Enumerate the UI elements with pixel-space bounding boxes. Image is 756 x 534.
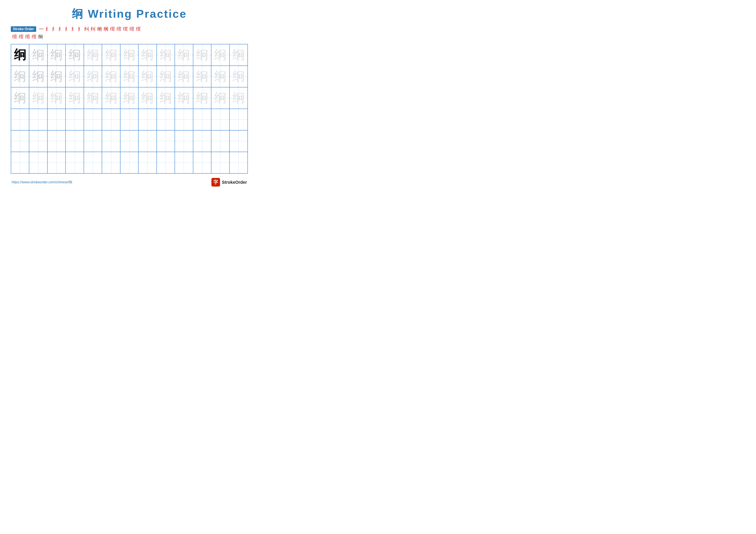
practice-char-guide: 䌹 xyxy=(214,92,227,104)
grid-cell-r2c13[interactable]: 䌹 xyxy=(230,66,248,87)
grid-cell-r3c9[interactable]: 䌹 xyxy=(157,87,175,109)
grid-cell-r5c7[interactable] xyxy=(120,130,138,152)
grid-cell-r1c6[interactable]: 䌹 xyxy=(102,44,120,66)
stroke-6: 纟 xyxy=(71,26,76,32)
practice-char-guide: 䌹 xyxy=(177,70,190,83)
practice-char-guide: 䌹 xyxy=(32,70,44,83)
grid-cell-r3c12[interactable]: 䌹 xyxy=(211,87,229,109)
grid-cell-r4c6[interactable] xyxy=(102,109,120,130)
stroke-order-badge: Stroke Order xyxy=(11,26,36,32)
grid-cell-r5c13[interactable] xyxy=(230,130,248,152)
grid-cell-r2c9[interactable]: 䌹 xyxy=(157,66,175,87)
grid-cell-r2c6[interactable]: 䌹 xyxy=(102,66,120,87)
grid-cell-r1c3[interactable]: 䌹 xyxy=(47,44,66,66)
practice-char-guide: 䌹 xyxy=(32,92,44,104)
grid-cell-r5c2[interactable] xyxy=(29,130,47,152)
stroke-19: 绾 xyxy=(25,34,30,40)
practice-char-guide: 䌹 xyxy=(87,92,99,104)
grid-cell-r3c2[interactable]: 䌹 xyxy=(29,87,47,109)
grid-cell-r1c7[interactable]: 䌹 xyxy=(120,44,138,66)
grid-cell-r6c10[interactable] xyxy=(175,152,193,173)
grid-cell-r1c8[interactable]: 䌹 xyxy=(138,44,156,66)
grid-cell-r1c2[interactable]: 䌹 xyxy=(29,44,47,66)
grid-cell-r6c4[interactable] xyxy=(66,152,84,173)
stroke-20: 绾 xyxy=(32,34,37,40)
practice-grid: 䌹 䌹 䌹 䌹 䌹 䌹 䌹 䌹 䌹 䌹 䌹 䌹 䌹 䌹 䌹 䌹 䌹 xyxy=(11,44,248,174)
grid-cell-r6c6[interactable] xyxy=(102,152,120,173)
grid-cell-r1c9[interactable]: 䌹 xyxy=(157,44,175,66)
grid-cell-r3c6[interactable]: 䌹 xyxy=(102,87,120,109)
grid-cell-r3c10[interactable]: 䌹 xyxy=(175,87,193,109)
grid-cell-r4c11[interactable] xyxy=(193,109,211,130)
grid-cell-r2c5[interactable]: 䌹 xyxy=(84,66,102,87)
grid-cell-r2c4[interactable]: 䌹 xyxy=(66,66,84,87)
grid-cell-r5c11[interactable] xyxy=(193,130,211,152)
grid-cell-r5c9[interactable] xyxy=(157,130,175,152)
stroke-13: 绾 xyxy=(117,26,121,32)
grid-cell-r4c4[interactable] xyxy=(66,109,84,130)
grid-cell-r2c11[interactable]: 䌹 xyxy=(193,66,211,87)
grid-cell-r3c4[interactable]: 䌹 xyxy=(66,87,84,109)
grid-cell-r6c7[interactable] xyxy=(120,152,138,173)
grid-cell-r1c10[interactable]: 䌹 xyxy=(175,44,193,66)
grid-cell-r6c2[interactable] xyxy=(29,152,47,173)
grid-cell-r2c2[interactable]: 䌹 xyxy=(29,66,47,87)
grid-cell-r4c13[interactable] xyxy=(230,109,248,130)
practice-char-guide: 䌹 xyxy=(87,49,99,61)
stroke-order-row1: Stroke Order ㇐ 纟 纟 纟 纟 纟 纟 纠 纠 纲 纲 绾 绾 绾… xyxy=(11,26,248,32)
grid-cell-r6c11[interactable] xyxy=(193,152,211,173)
grid-cell-r4c9[interactable] xyxy=(157,109,175,130)
grid-cell-r2c8[interactable]: 䌹 xyxy=(138,66,156,87)
grid-cell-r5c5[interactable] xyxy=(84,130,102,152)
practice-char-guide: 䌹 xyxy=(159,70,172,83)
grid-cell-r6c5[interactable] xyxy=(84,152,102,173)
grid-cell-r4c5[interactable] xyxy=(84,109,102,130)
grid-cell-r1c13[interactable]: 䌹 xyxy=(230,44,248,66)
grid-cell-r1c11[interactable]: 䌹 xyxy=(193,44,211,66)
grid-cell-r1c1[interactable]: 䌹 xyxy=(11,44,29,66)
grid-cell-r3c8[interactable]: 䌹 xyxy=(138,87,156,109)
grid-cell-r6c1[interactable] xyxy=(11,152,29,173)
grid-cell-r3c7[interactable]: 䌹 xyxy=(120,87,138,109)
strokeorder-logo-icon: 字 xyxy=(211,178,220,187)
grid-cell-r6c12[interactable] xyxy=(211,152,229,173)
grid-cell-r4c7[interactable] xyxy=(120,109,138,130)
grid-cell-r5c3[interactable] xyxy=(47,130,66,152)
grid-cell-r4c3[interactable] xyxy=(47,109,66,130)
grid-cell-r4c2[interactable] xyxy=(29,109,47,130)
practice-char-guide: 䌹 xyxy=(141,70,154,83)
grid-cell-r2c10[interactable]: 䌹 xyxy=(175,66,193,87)
grid-cell-r1c4[interactable]: 䌹 xyxy=(66,44,84,66)
grid-cell-r4c12[interactable] xyxy=(211,109,229,130)
grid-cell-r1c5[interactable]: 䌹 xyxy=(84,44,102,66)
grid-cell-r5c12[interactable] xyxy=(211,130,229,152)
grid-cell-r5c10[interactable] xyxy=(175,130,193,152)
grid-cell-r3c5[interactable]: 䌹 xyxy=(84,87,102,109)
stroke-5: 纟 xyxy=(65,26,69,32)
grid-cell-r5c4[interactable] xyxy=(66,130,84,152)
grid-cell-r2c7[interactable]: 䌹 xyxy=(120,66,138,87)
grid-cell-r5c8[interactable] xyxy=(138,130,156,152)
stroke-10: 纲 xyxy=(97,26,102,32)
grid-cell-r2c1[interactable]: 䌹 xyxy=(11,66,29,87)
grid-cell-r5c6[interactable] xyxy=(102,130,120,152)
footer-link[interactable]: https://www.strokeorder.com/chinese/䌹 xyxy=(12,180,72,185)
grid-cell-r3c11[interactable]: 䌹 xyxy=(193,87,211,109)
grid-cell-r6c9[interactable] xyxy=(157,152,175,173)
grid-cell-r6c3[interactable] xyxy=(47,152,66,173)
grid-cell-r4c1[interactable] xyxy=(11,109,29,130)
grid-cell-r2c3[interactable]: 䌹 xyxy=(47,66,66,87)
grid-cell-r3c13[interactable]: 䌹 xyxy=(230,87,248,109)
grid-cell-r6c13[interactable] xyxy=(230,152,248,173)
grid-cell-r6c8[interactable] xyxy=(138,152,156,173)
grid-cell-r4c8[interactable] xyxy=(138,109,156,130)
grid-cell-r3c1[interactable]: 䌹 xyxy=(11,87,29,109)
stroke-7: 纟 xyxy=(78,26,83,32)
practice-char-guide: 䌹 xyxy=(123,70,136,83)
grid-cell-r4c10[interactable] xyxy=(175,109,193,130)
grid-cell-r3c3[interactable]: 䌹 xyxy=(47,87,66,109)
grid-cell-r1c12[interactable]: 䌹 xyxy=(211,44,229,66)
grid-cell-r2c12[interactable]: 䌹 xyxy=(211,66,229,87)
stroke-8: 纠 xyxy=(84,26,89,32)
grid-cell-r5c1[interactable] xyxy=(11,130,29,152)
